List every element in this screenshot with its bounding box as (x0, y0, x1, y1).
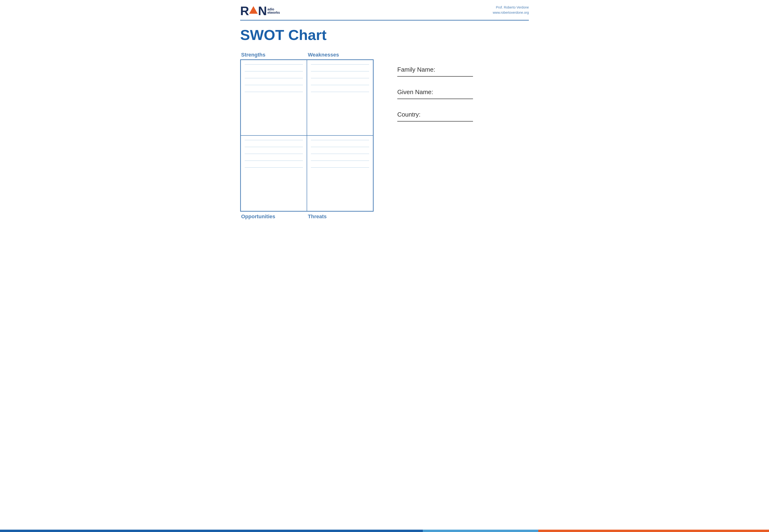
logo: RN adio etworks (240, 5, 280, 17)
swot-grid (240, 59, 373, 212)
swot-line (311, 78, 369, 78)
logo-rn-letters: RN (240, 5, 266, 17)
swot-line (245, 78, 303, 78)
swot-line (311, 154, 369, 154)
family-name-underline (397, 76, 473, 77)
header: RN adio etworks Prof. Roberto Verdone ww… (240, 5, 529, 21)
family-name-label: Family Name: (397, 66, 529, 73)
page-title: SWOT Chart (240, 28, 529, 42)
label-threats: Threats (307, 214, 373, 220)
swot-line (245, 147, 303, 147)
swot-line (311, 92, 369, 92)
logo-radio-text: adio (267, 8, 280, 11)
swot-line (311, 147, 369, 147)
form-section: Family Name: Given Name: Country: (388, 52, 529, 133)
country-underline (397, 121, 473, 122)
logo-triangle-icon (249, 6, 258, 14)
swot-line (245, 167, 303, 168)
swot-line (311, 64, 369, 65)
swot-cell-strengths[interactable] (241, 60, 307, 135)
swot-cell-weaknesses[interactable] (307, 60, 373, 135)
label-opportunities: Opportunities (240, 214, 307, 220)
page-container: RN adio etworks Prof. Roberto Verdone ww… (231, 0, 538, 229)
swot-line (245, 92, 303, 92)
swot-line (311, 140, 369, 140)
swot-line (245, 154, 303, 154)
swot-cell-opportunities[interactable] (241, 135, 307, 211)
country-field: Country: (397, 111, 529, 122)
swot-cell-threats[interactable] (307, 135, 373, 211)
label-weaknesses: Weaknesses (307, 52, 373, 58)
given-name-underline (397, 99, 473, 99)
main-content: Strengths Weaknesses (240, 52, 529, 220)
swot-bottom-labels: Opportunities Threats (240, 214, 373, 220)
logo-text-block: adio etworks (267, 8, 280, 14)
swot-top-labels: Strengths Weaknesses (240, 52, 373, 58)
logo-letter-n: N (258, 4, 267, 18)
footer-bar-inner (0, 530, 769, 532)
given-name-field: Given Name: (397, 88, 529, 99)
logo-letter-r: R (240, 4, 249, 18)
website-url: www.robertoverdone.org (493, 10, 529, 15)
header-info: Prof. Roberto Verdone www.robertoverdone… (493, 5, 529, 15)
label-strengths: Strengths (240, 52, 307, 58)
swot-line (245, 64, 303, 65)
professor-name: Prof. Roberto Verdone (493, 5, 529, 10)
country-label: Country: (397, 111, 529, 118)
family-name-field: Family Name: (397, 66, 529, 77)
footer-bar (0, 530, 769, 532)
swot-line (311, 167, 369, 168)
given-name-label: Given Name: (397, 88, 529, 96)
logo-etworks-text: etworks (267, 11, 280, 14)
swot-section: Strengths Weaknesses (240, 52, 373, 220)
swot-line (245, 140, 303, 140)
